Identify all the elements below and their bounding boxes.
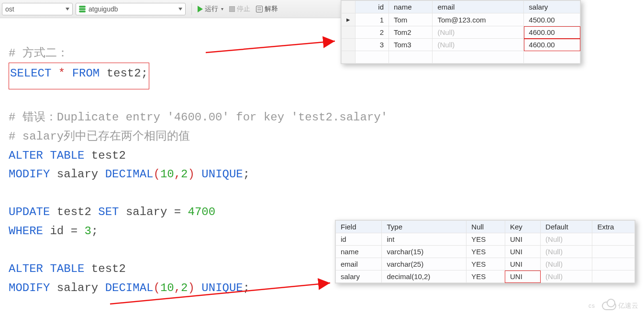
cell-null: YES xyxy=(466,271,505,283)
chevron-down-icon xyxy=(66,8,69,11)
database-select[interactable]: atguigudb xyxy=(76,3,186,15)
cell-extra xyxy=(592,246,635,258)
cell-key: UNI xyxy=(505,258,540,271)
row-gutter xyxy=(342,39,355,51)
highlighted-query-1: SELECT * FROM test2; xyxy=(9,63,149,89)
code-comment: # 方式二： xyxy=(9,47,68,60)
cell-name: Tom3 xyxy=(389,39,433,51)
col-field[interactable]: Field xyxy=(336,221,382,233)
table-row[interactable]: email varchar(25) YES UNI (Null) xyxy=(336,258,635,271)
cloud-icon xyxy=(602,302,616,310)
cell-null: YES xyxy=(466,258,505,271)
database-icon xyxy=(79,6,86,12)
cell-id: 1 xyxy=(355,13,389,26)
explain-button[interactable]: 解释 xyxy=(256,5,278,13)
col-key[interactable]: Key xyxy=(505,221,540,233)
row-gutter: ▸ xyxy=(342,13,355,26)
gutter-header xyxy=(342,1,355,13)
stop-label: 停止 xyxy=(237,5,250,13)
cell-null: YES xyxy=(466,246,505,258)
cell-name: Tom2 xyxy=(389,26,433,39)
col-salary[interactable]: salary xyxy=(524,1,580,13)
cell-field: salary xyxy=(336,271,382,283)
cell-type: varchar(25) xyxy=(382,258,466,271)
database-value: atguigudb xyxy=(89,5,177,13)
cell-email: (Null) xyxy=(433,39,524,51)
cell-type: decimal(10,2) xyxy=(382,271,466,283)
col-name[interactable]: name xyxy=(389,1,433,13)
cell-type: varchar(15) xyxy=(382,246,466,258)
cell-extra xyxy=(592,271,635,283)
cell-type: int xyxy=(382,233,466,246)
watermark-brand: 亿速云 xyxy=(618,302,638,310)
cell-salary: 4600.00 xyxy=(524,26,580,39)
col-email[interactable]: email xyxy=(433,1,524,13)
code-comment: # salary列中已存在两个相同的值 xyxy=(9,130,190,143)
sql-editor[interactable]: # 方式二： SELECT * FROM test2; # 错误：Duplica… xyxy=(9,25,388,314)
result-grid-2: Field Type Null Key Default Extra id int… xyxy=(335,220,635,283)
cell-field: name xyxy=(336,246,382,258)
code-line: MODIFY salary DECIMAL(10,2) UNIQUE; xyxy=(9,282,250,294)
code-comment: # 错误：Duplicate entry '4600.00' for key '… xyxy=(9,111,388,124)
table-row[interactable]: name varchar(15) YES UNI (Null) xyxy=(336,246,635,258)
explain-icon xyxy=(256,6,263,12)
explain-label: 解释 xyxy=(265,5,278,13)
cell-salary: 4600.00 xyxy=(524,39,580,51)
cell-salary: 4500.00 xyxy=(524,13,580,26)
cell-default: (Null) xyxy=(541,246,592,258)
watermark-cs: cs xyxy=(588,303,595,309)
host-value: ost xyxy=(5,5,14,13)
col-type[interactable]: Type xyxy=(382,221,466,233)
stop-button[interactable]: 停止 xyxy=(229,5,250,13)
col-id[interactable]: id xyxy=(355,1,389,13)
play-icon xyxy=(198,6,203,12)
table-row[interactable]: 2 Tom2 (Null) 4600.00 xyxy=(342,26,580,39)
result-table-1[interactable]: id name email salary ▸ 1 Tom Tom@123.com… xyxy=(341,0,580,64)
cell-id: 2 xyxy=(355,26,389,39)
toolbar: ost atguigudb 运行 ▾ 停止 解释 xyxy=(0,0,341,18)
cell-email: (Null) xyxy=(433,26,524,39)
table-row[interactable]: salary decimal(10,2) YES UNI (Null) xyxy=(336,271,635,283)
cell-key: UNI xyxy=(505,271,540,283)
code-line: ALTER TABLE test2 xyxy=(9,149,126,162)
col-extra[interactable]: Extra xyxy=(592,221,635,233)
cell-default: (Null) xyxy=(541,271,592,283)
row-gutter xyxy=(342,26,355,39)
code-line: UPDATE test2 SET salary = 4700 xyxy=(9,206,215,218)
run-button[interactable]: 运行 ▾ xyxy=(198,5,223,13)
watermark: cs 亿速云 xyxy=(588,302,638,310)
table-row[interactable]: 3 Tom3 (Null) 4600.00 xyxy=(342,39,580,51)
code-line: ALTER TABLE test2 xyxy=(9,262,126,275)
col-null[interactable]: Null xyxy=(466,221,505,233)
code-line: MODIFY salary DECIMAL(10,2) UNIQUE; xyxy=(9,168,250,181)
stop-icon xyxy=(229,6,235,12)
code-line: WHERE id = 3; xyxy=(9,225,98,238)
cell-field: email xyxy=(336,258,382,271)
cell-null: YES xyxy=(466,233,505,246)
cell-id: 3 xyxy=(355,39,389,51)
cell-default: (Null) xyxy=(541,258,592,271)
cell-key: UNI xyxy=(505,246,540,258)
cell-default: (Null) xyxy=(541,233,592,246)
result-table-2[interactable]: Field Type Null Key Default Extra id int… xyxy=(335,220,635,283)
run-label: 运行 xyxy=(205,5,218,13)
cell-key: UNI xyxy=(505,233,540,246)
table-row-empty xyxy=(342,51,580,64)
host-select[interactable]: ost xyxy=(2,3,73,15)
cell-field: id xyxy=(336,233,382,246)
result-grid-1: id name email salary ▸ 1 Tom Tom@123.com… xyxy=(341,0,581,64)
cell-name: Tom xyxy=(389,13,433,26)
table-header-row: Field Type Null Key Default Extra xyxy=(336,221,635,233)
cell-extra xyxy=(592,233,635,246)
table-header-row: id name email salary xyxy=(342,1,580,13)
separator xyxy=(191,3,192,15)
col-default[interactable]: Default xyxy=(541,221,592,233)
table-row[interactable]: id int YES UNI (Null) xyxy=(336,233,635,246)
cell-extra xyxy=(592,258,635,271)
chevron-down-icon xyxy=(178,8,182,11)
table-row[interactable]: ▸ 1 Tom Tom@123.com 4500.00 xyxy=(342,13,580,26)
cell-email: Tom@123.com xyxy=(433,13,524,26)
